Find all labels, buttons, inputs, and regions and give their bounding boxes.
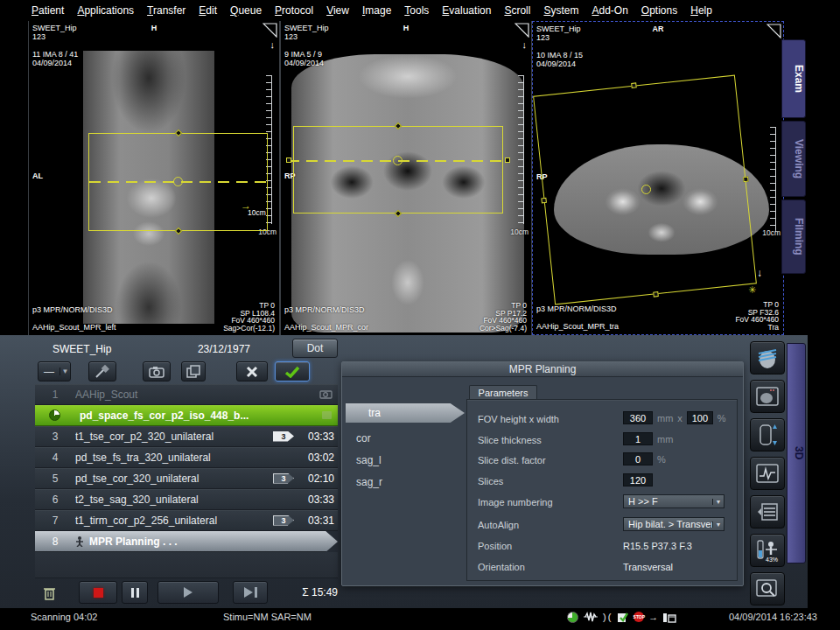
menu-applications[interactable]: Applications — [77, 4, 134, 17]
scroll-down-icon[interactable]: ↓ — [522, 39, 528, 50]
copy-to-film-button[interactable] — [143, 361, 171, 382]
fov-times: x — [677, 413, 682, 424]
tab-viewing[interactable]: Viewing — [781, 121, 806, 197]
mpr-nav-cor[interactable]: cor — [356, 432, 371, 444]
corner-fold-icon[interactable] — [262, 23, 277, 38]
menu-queue[interactable]: Queue — [230, 4, 262, 17]
image-pane-coronal[interactable]: SWEET_Hip 123 9 IMA 5 / 9 04/09/2014 H R… — [280, 21, 532, 335]
protocol-row-selected[interactable]: 8 MPR Planning . . . — [35, 531, 338, 552]
protocol-row-running[interactable]: pd_space_fs_cor_p2_iso_448_b... — [35, 405, 338, 426]
apply-step-button[interactable] — [275, 361, 310, 382]
protocol-row[interactable]: 1 AAHip_Scout — [35, 384, 338, 405]
fov-height-input[interactable] — [623, 411, 653, 424]
protocol-page-button[interactable] — [750, 495, 785, 528]
slices-input[interactable] — [623, 473, 653, 486]
scroll-down-icon[interactable]: ↓ — [270, 39, 276, 50]
numbering-dropdown[interactable]: H >> F▼ — [623, 494, 724, 508]
transfer-stop-icon[interactable]: STOP — [634, 612, 644, 622]
dist-factor-input[interactable] — [623, 452, 653, 466]
exam-workspace: SWEET_Hip 23/12/1977 Dot —▼ 1 AAHip_Scou… — [0, 335, 840, 608]
rotation-handle-icon[interactable]: ✳ — [748, 284, 756, 296]
disk-usage-icon[interactable] — [567, 612, 578, 623]
pause-button[interactable] — [122, 581, 148, 604]
mpr-nav-sag-l[interactable]: sag_l — [356, 454, 382, 466]
stop-button[interactable] — [79, 581, 117, 604]
corner-fold-icon[interactable] — [514, 23, 529, 38]
fov-width-input[interactable] — [687, 411, 713, 424]
image-pane-sagittal[interactable]: SWEET_Hip 123 11 IMA 8 / 41 04/09/2014 H… — [28, 21, 280, 335]
roi-handle-center[interactable] — [173, 177, 183, 186]
menu-protocol[interactable]: Protocol — [275, 4, 313, 17]
transfer-ok-icon[interactable] — [617, 612, 629, 623]
protocol-row[interactable]: 7 t1_tirm_cor_p2_256_unilateral 3 03:31 — [35, 510, 338, 531]
coil-connect-icon[interactable]: )( — [603, 612, 612, 622]
menu-view[interactable]: View — [326, 4, 349, 17]
thickness-input[interactable] — [623, 432, 653, 445]
skip-button[interactable] — [233, 581, 268, 604]
slab-roi-coronal[interactable] — [293, 126, 503, 214]
delete-button[interactable] — [38, 581, 60, 604]
fov-width-unit: % — [718, 413, 726, 424]
inline-display-button[interactable] — [750, 380, 785, 413]
sar-dose-button[interactable]: 43% — [750, 534, 785, 567]
chevron-down-icon[interactable]: ▼ — [712, 522, 724, 528]
pane3-ruler — [770, 127, 776, 232]
copy-series-button[interactable] — [181, 361, 206, 382]
menu-patient[interactable]: Patient — [32, 4, 64, 17]
menu-help[interactable]: Help — [690, 4, 712, 17]
dot-button[interactable]: Dot — [292, 339, 338, 358]
orientation-value: Transversal — [623, 562, 673, 572]
protocol-row[interactable]: 6 t2_tse_sag_320_unilateral 03:33 — [35, 489, 338, 510]
mpr-nav-tra[interactable]: tra — [346, 403, 465, 423]
syringe-icon — [94, 365, 110, 379]
mpr-nav-sag-r[interactable]: sag_r — [356, 476, 382, 488]
menu-image[interactable]: Image — [362, 4, 391, 17]
chevron-down-icon[interactable]: ▼ — [60, 368, 70, 375]
status-bar: Scanning 04:02 Stimu=NM SAR=NM )( STOP →… — [0, 608, 840, 627]
menu-addon[interactable]: Add-On — [592, 4, 627, 17]
roi-handle-center[interactable] — [393, 156, 402, 165]
image-pane-transversal[interactable]: SWEET_Hip 123 10 IMA 8 / 15 04/09/2014 A… — [532, 21, 784, 335]
chevron-down-icon[interactable]: ▼ — [712, 499, 724, 505]
row-number: 8 — [35, 536, 75, 548]
roi-handle-bottom[interactable] — [653, 291, 659, 298]
check-icon — [284, 366, 300, 378]
pane2-ruler — [518, 75, 524, 224]
roi-handle-top[interactable] — [631, 82, 637, 88]
menu-tools[interactable]: Tools — [404, 4, 429, 17]
menu-edit[interactable]: Edit — [199, 4, 217, 17]
roi-handle-left[interactable] — [286, 158, 291, 163]
waveform-icon[interactable] — [583, 611, 598, 623]
menu-scroll[interactable]: Scroll — [504, 4, 530, 17]
archive-device-icon[interactable] — [662, 612, 676, 623]
film-icon — [321, 410, 332, 420]
layout-combo-button[interactable]: —▼ — [38, 361, 71, 382]
mpr-3d-button[interactable] — [750, 341, 785, 374]
menu-evaluation[interactable]: Evaluation — [442, 4, 491, 17]
protocol-row[interactable]: 4 pd_tse_fs_tra_320_unilateral 03:02 — [35, 447, 338, 468]
protocol-row[interactable]: 3 t1_tse_cor_p2_320_unilateral 3 03:33 — [35, 426, 338, 447]
dialog-title[interactable]: MPR Planning — [342, 362, 743, 377]
tab-filming[interactable]: Filming — [781, 200, 806, 274]
contrast-injection-button[interactable] — [88, 361, 116, 382]
tab-parameters[interactable]: Parameters — [469, 385, 537, 400]
tab-3d[interactable]: 3D — [787, 343, 806, 564]
autoalign-dropdown[interactable]: Hip bilat. > Transvers▼ — [623, 517, 724, 531]
roi-handle-left[interactable] — [541, 198, 547, 204]
image-search-button[interactable] — [750, 572, 785, 606]
menu-transfer[interactable]: Transfer — [147, 4, 186, 17]
roi-handle-center[interactable] — [641, 185, 651, 194]
roi-handle-right[interactable] — [505, 158, 510, 163]
protocol-row[interactable]: 5 pd_tse_cor_320_unilateral 3 02:10 — [35, 468, 338, 489]
tab-exam[interactable]: Exam — [781, 39, 806, 118]
menu-system[interactable]: System — [543, 4, 578, 17]
menu-options[interactable]: Options — [641, 4, 677, 17]
adjust-range-button[interactable] — [750, 418, 785, 452]
scan-time: 02:10 — [301, 472, 338, 485]
cancel-step-button[interactable] — [236, 361, 268, 382]
skip-icon — [244, 587, 253, 598]
roi-handle-right[interactable] — [743, 177, 749, 183]
play-button[interactable] — [158, 581, 219, 604]
corner-fold-icon[interactable] — [766, 24, 781, 38]
physio-graph-button[interactable] — [750, 457, 785, 490]
